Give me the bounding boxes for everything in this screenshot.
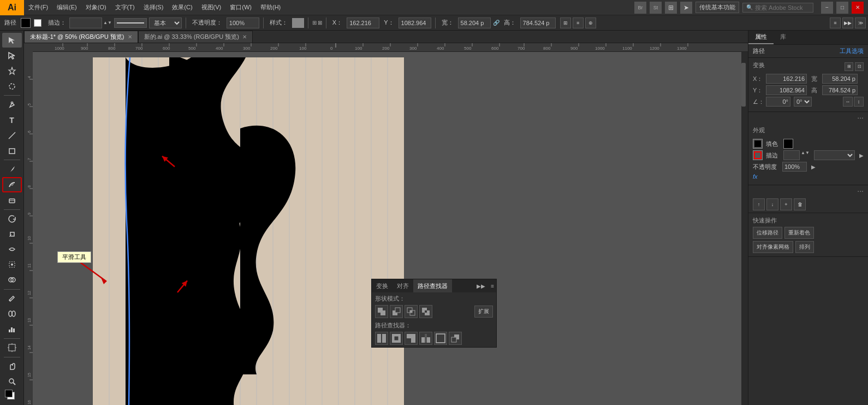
menu-effect[interactable]: 效果(C) bbox=[168, 0, 197, 15]
layer-new-btn[interactable]: + bbox=[780, 198, 792, 210]
ctrl-opacity-input[interactable] bbox=[227, 17, 259, 28]
tool-type[interactable]: T bbox=[2, 113, 22, 127]
tool-scale[interactable] bbox=[2, 227, 22, 242]
flip-h-icon[interactable]: ↔ bbox=[843, 97, 853, 107]
pf-divide-icon[interactable] bbox=[375, 332, 388, 345]
btn-arrange[interactable]: 排列 bbox=[795, 241, 814, 253]
maximize-btn[interactable]: □ bbox=[836, 2, 848, 14]
panel-tab-library[interactable]: 库 bbox=[774, 31, 793, 44]
menu-file[interactable]: 文件(F) bbox=[24, 0, 52, 15]
ctrl-stroke-arrows[interactable]: ▲▼ bbox=[103, 20, 112, 25]
panel-tab-properties[interactable]: 属性 bbox=[748, 31, 774, 44]
pf-tab-transform[interactable]: 变换 bbox=[372, 279, 393, 292]
minimize-btn[interactable]: − bbox=[821, 2, 833, 14]
tool-paintbrush[interactable] bbox=[2, 162, 22, 177]
canvas-scroll[interactable]: 平滑工具 bbox=[33, 52, 748, 405]
layer-delete-btn[interactable]: 🗑 bbox=[794, 198, 806, 210]
transform-btn[interactable]: ⊞ bbox=[560, 17, 571, 28]
align-btn[interactable]: ≡ bbox=[573, 17, 584, 28]
ctrl-w-input[interactable] bbox=[458, 17, 491, 28]
close-btn[interactable]: ✕ bbox=[852, 2, 864, 14]
panel-more-btn[interactable]: ··· bbox=[857, 113, 864, 122]
tool-rotate[interactable] bbox=[2, 212, 22, 226]
transform-icon1[interactable]: ⊞ bbox=[845, 62, 853, 71]
search-input[interactable] bbox=[755, 4, 810, 11]
menu-type[interactable]: 文字(T) bbox=[111, 0, 139, 15]
layer-up-btn[interactable]: ↑ bbox=[753, 198, 765, 210]
menu-object[interactable]: 对象(O) bbox=[81, 0, 111, 15]
btn-align-pixel[interactable]: 对齐像素网格 bbox=[753, 241, 793, 253]
tab-new-ai[interactable]: 新的.ai @ 33.33% (RGB/GPU 预览) ✕ bbox=[138, 31, 253, 43]
tool-direct-selection[interactable] bbox=[2, 48, 22, 63]
tool-zoom[interactable] bbox=[2, 374, 22, 389]
ctrl-stroke-width[interactable] bbox=[69, 17, 102, 28]
pf-tab-align[interactable]: 对齐 bbox=[393, 279, 413, 292]
pf-expand-icon[interactable]: ▶▶ bbox=[473, 283, 489, 289]
fill-swatch[interactable] bbox=[5, 390, 13, 397]
menu-window[interactable]: 窗口(W) bbox=[225, 0, 256, 15]
panel-w-input[interactable] bbox=[822, 74, 858, 84]
panel-tool-options-label[interactable]: 工具选项 bbox=[840, 47, 864, 55]
btn-offset-path[interactable]: 位移路径 bbox=[753, 227, 782, 239]
flip-v-icon[interactable]: ↕ bbox=[854, 97, 864, 107]
pf-crop-icon[interactable] bbox=[419, 332, 432, 345]
pf-outline-icon[interactable] bbox=[434, 332, 447, 345]
tool-hand[interactable] bbox=[2, 359, 22, 374]
stroke-width-input[interactable] bbox=[783, 150, 800, 160]
scrollbar-vertical[interactable] bbox=[741, 52, 748, 405]
ctrl-style-swatch[interactable] bbox=[292, 18, 304, 28]
tool-blend[interactable] bbox=[2, 307, 22, 321]
tool-line[interactable] bbox=[2, 128, 22, 143]
tool-rectangle[interactable] bbox=[2, 143, 22, 158]
tab-new-ai-close[interactable]: ✕ bbox=[242, 34, 247, 40]
menu-select[interactable]: 选择(S) bbox=[139, 0, 168, 15]
scroll-thumb-v[interactable] bbox=[741, 63, 746, 107]
panel-toggle-btn[interactable]: ≡ bbox=[830, 17, 841, 28]
workspace-selector[interactable]: 传统基本功能 bbox=[695, 2, 739, 13]
tool-free-transform[interactable] bbox=[2, 257, 22, 272]
menu-edit[interactable]: 编辑(E) bbox=[52, 0, 81, 15]
opacity-input-panel[interactable] bbox=[782, 162, 807, 172]
tool-eraser[interactable] bbox=[2, 193, 22, 208]
ctrl-y-input[interactable] bbox=[399, 17, 431, 28]
pf-unite-icon[interactable] bbox=[375, 305, 388, 318]
stock-icon[interactable]: St bbox=[650, 2, 662, 14]
tab-untitled[interactable]: 未标题-1* @ 50% (RGB/GPU 预览) ✕ bbox=[24, 31, 138, 43]
grid-icon[interactable]: ⊞ bbox=[665, 2, 677, 14]
transform-icon2[interactable]: ⊡ bbox=[855, 62, 864, 71]
pf-exclude-icon[interactable] bbox=[419, 305, 432, 318]
tool-magic-wand[interactable] bbox=[2, 63, 22, 78]
tool-selection[interactable] bbox=[2, 33, 22, 48]
panel-more-btn[interactable]: ≫ bbox=[855, 17, 866, 28]
stroke-expand-icon[interactable]: ▶ bbox=[859, 152, 864, 159]
tool-eyedropper[interactable] bbox=[2, 291, 22, 306]
send-icon[interactable]: ➤ bbox=[680, 2, 692, 14]
stroke-style-select[interactable] bbox=[814, 150, 855, 160]
stroke-stepper[interactable]: ▲▼ bbox=[801, 150, 810, 160]
pf-merge-icon[interactable] bbox=[405, 332, 418, 345]
menu-help[interactable]: 帮助(H) bbox=[256, 0, 285, 15]
pf-intersect-icon[interactable] bbox=[405, 305, 418, 318]
panel-x-input[interactable] bbox=[766, 74, 807, 84]
ctrl-fill-swatch[interactable] bbox=[21, 18, 31, 28]
pf-tab-pathfinder[interactable]: 路径查找器 bbox=[413, 279, 452, 292]
panel-h-input[interactable] bbox=[822, 85, 858, 95]
panel-angle-input[interactable] bbox=[766, 97, 790, 107]
opacity-expand-icon[interactable]: ▶ bbox=[811, 164, 816, 170]
ctrl-stroke-type[interactable]: 基本 bbox=[149, 17, 182, 28]
tool-smooth[interactable] bbox=[2, 177, 22, 192]
ctrl-x-input[interactable] bbox=[347, 17, 379, 28]
pf-trim-icon[interactable] bbox=[390, 332, 403, 345]
tool-artboard[interactable] bbox=[2, 341, 22, 355]
pf-minus-back-icon[interactable] bbox=[449, 332, 462, 345]
pf-menu-icon[interactable]: ≡ bbox=[489, 283, 496, 289]
menu-view[interactable]: 视图(V) bbox=[197, 0, 226, 15]
panel-expand-btn[interactable]: ▶▶ bbox=[842, 17, 853, 28]
panel-angle-select[interactable]: 0° bbox=[794, 97, 812, 107]
layer-down-btn[interactable]: ↓ bbox=[766, 198, 778, 210]
btn-recolor[interactable]: 重新着色 bbox=[784, 227, 814, 239]
pf-minus-front-icon[interactable] bbox=[390, 305, 403, 318]
fill-color-swatch[interactable] bbox=[783, 139, 793, 149]
pathfinder-btn-ctrl[interactable]: ⊕ bbox=[585, 17, 596, 28]
tool-column-graph[interactable] bbox=[2, 322, 22, 337]
